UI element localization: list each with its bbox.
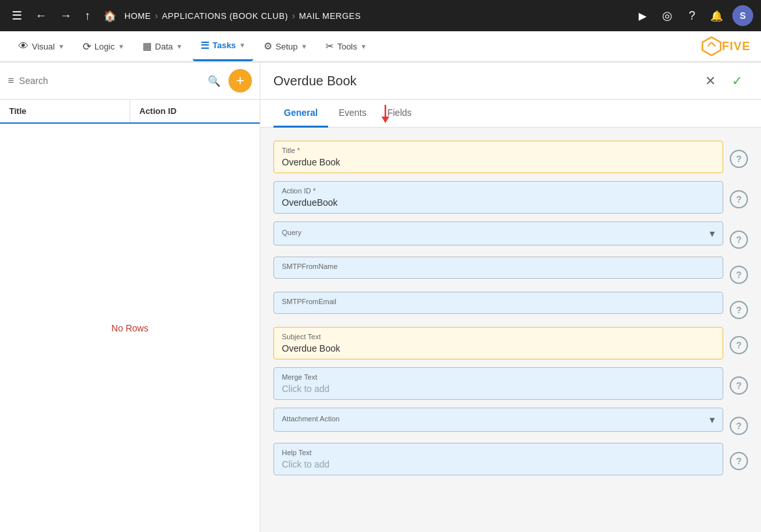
field-title[interactable]: Title * Overdue Book bbox=[273, 141, 723, 173]
visual-icon: 👁 bbox=[18, 40, 29, 52]
five-logo: FIVE bbox=[701, 36, 751, 57]
field-subject-text-label: Subject Text bbox=[282, 333, 715, 341]
help-icon-smtp-from-email[interactable]: ? bbox=[730, 301, 748, 319]
panel-header: Overdue Book ✕ ✓ bbox=[260, 63, 761, 100]
col-action-id: Action ID bbox=[130, 100, 260, 122]
no-rows-message: No Rows bbox=[0, 124, 260, 532]
help-icon-attachment-action[interactable]: ? bbox=[730, 417, 748, 435]
tools-label: Tools bbox=[337, 42, 357, 51]
form-row-help-text: Help Text Click to add ? bbox=[273, 443, 748, 475]
visual-label: Visual bbox=[32, 42, 55, 51]
menu-tasks[interactable]: ☰ Tasks ▼ bbox=[193, 31, 253, 61]
panel-actions: ✕ ✓ bbox=[700, 70, 748, 91]
form-row-merge-text: Merge Text Click to add ? bbox=[273, 367, 748, 400]
attachment-dropdown-arrow: ▾ bbox=[710, 413, 715, 426]
setup-icon: ⚙ bbox=[264, 40, 272, 52]
home-icon[interactable]: 🏠 bbox=[100, 7, 120, 25]
back-icon[interactable]: ← bbox=[31, 7, 51, 25]
data-arrow: ▼ bbox=[176, 43, 183, 50]
field-attachment-action-label: Attachment Action bbox=[282, 415, 710, 423]
field-title-value: Overdue Book bbox=[282, 157, 715, 167]
confirm-button[interactable]: ✓ bbox=[726, 70, 748, 91]
panel-title: Overdue Book bbox=[273, 74, 700, 89]
form-area: Title * Overdue Book ? Action ID * Overd… bbox=[260, 128, 761, 532]
search-nav-icon[interactable]: ◎ bbox=[658, 7, 676, 25]
menu-visual[interactable]: 👁 Visual ▼ bbox=[10, 31, 72, 61]
tab-events[interactable]: Events bbox=[328, 100, 377, 128]
form-row-action-id: Action ID * OverdueBook ? bbox=[273, 181, 748, 214]
field-smtp-from-email-label: SMTPFromEmail bbox=[282, 298, 715, 305]
main-panel: Overdue Book ✕ ✓ General Events Fields bbox=[260, 63, 761, 532]
field-help-text-value: Click to add bbox=[282, 459, 715, 469]
field-smtp-from-name[interactable]: SMTPFromName bbox=[273, 257, 723, 279]
visual-arrow: ▼ bbox=[58, 43, 64, 50]
field-attachment-action[interactable]: Attachment Action ▾ bbox=[273, 408, 723, 432]
field-merge-text[interactable]: Merge Text Click to add bbox=[273, 367, 723, 400]
sidebar-search-bar: ≡ 🔍 + bbox=[0, 63, 260, 100]
content-area: ≡ 🔍 + Title Action ID No Rows Overdue Bo… bbox=[0, 63, 761, 532]
menu-tools[interactable]: ✂ Tools ▼ bbox=[318, 31, 374, 61]
form-row-title: Title * Overdue Book ? bbox=[273, 141, 748, 173]
menu-data[interactable]: ▦ Data ▼ bbox=[135, 31, 190, 61]
form-row-attachment-action: Attachment Action ▾ ? bbox=[273, 408, 748, 435]
five-text: FIVE bbox=[722, 40, 751, 53]
tools-icon: ✂ bbox=[325, 40, 334, 52]
menu-icon[interactable]: ☰ bbox=[8, 6, 26, 25]
help-icon-query[interactable]: ? bbox=[730, 231, 748, 249]
top-nav: ☰ ← → ↑ 🏠 HOME › APPLICATIONS (BOOK CLUB… bbox=[0, 0, 761, 31]
field-query-label: Query bbox=[282, 229, 710, 236]
logic-icon: ⟳ bbox=[83, 40, 91, 53]
up-icon[interactable]: ↑ bbox=[81, 7, 94, 25]
setup-label: Setup bbox=[275, 42, 297, 51]
svg-line-2 bbox=[712, 42, 715, 46]
add-button[interactable]: + bbox=[228, 69, 252, 92]
forward-icon[interactable]: → bbox=[56, 7, 76, 25]
help-icon-help-text[interactable]: ? bbox=[730, 452, 748, 470]
help-icon-merge-text[interactable]: ? bbox=[730, 376, 748, 395]
filter-icon[interactable]: ≡ bbox=[8, 75, 14, 87]
play-icon[interactable]: ▶ bbox=[633, 7, 652, 25]
current-label[interactable]: MAIL MERGES bbox=[299, 11, 361, 21]
form-row-smtp-from-name: SMTPFromName ? bbox=[273, 257, 748, 284]
tabs: General Events Fields bbox=[260, 100, 761, 128]
tab-general[interactable]: General bbox=[273, 100, 328, 128]
setup-arrow: ▼ bbox=[301, 43, 307, 50]
field-query[interactable]: Query ▾ bbox=[273, 221, 723, 245]
field-smtp-from-email[interactable]: SMTPFromEmail bbox=[273, 292, 723, 314]
tasks-arrow: ▼ bbox=[239, 42, 245, 49]
breadcrumb: 🏠 HOME › APPLICATIONS (BOOK CLUB) › MAIL… bbox=[100, 7, 628, 25]
svg-marker-0 bbox=[702, 37, 721, 55]
data-icon: ▦ bbox=[143, 40, 152, 52]
help-icon-title[interactable]: ? bbox=[730, 150, 748, 168]
help-icon-action-id[interactable]: ? bbox=[730, 190, 748, 208]
home-label[interactable]: HOME bbox=[124, 11, 151, 21]
tools-arrow: ▼ bbox=[361, 43, 367, 50]
close-button[interactable]: ✕ bbox=[700, 70, 721, 91]
app-label[interactable]: APPLICATIONS (BOOK CLUB) bbox=[162, 11, 288, 21]
field-subject-text-value: Overdue Book bbox=[282, 343, 715, 354]
search-icon[interactable]: 🔍 bbox=[208, 75, 221, 87]
field-action-id-value: OverdueBook bbox=[282, 197, 715, 208]
field-help-text[interactable]: Help Text Click to add bbox=[273, 443, 723, 475]
bell-icon[interactable]: 🔔 bbox=[708, 7, 726, 25]
menu-setup[interactable]: ⚙ Setup ▼ bbox=[256, 31, 315, 61]
field-subject-text[interactable]: Subject Text Overdue Book bbox=[273, 327, 723, 359]
query-dropdown-arrow: ▾ bbox=[710, 227, 715, 240]
menu-logic[interactable]: ⟳ Logic ▼ bbox=[75, 31, 132, 61]
help-icon-subject-text[interactable]: ? bbox=[730, 336, 748, 354]
breadcrumb-sep1: › bbox=[155, 10, 158, 21]
search-input[interactable] bbox=[19, 76, 202, 86]
nav-right: ▶ ◎ ? 🔔 S bbox=[633, 5, 753, 26]
data-label: Data bbox=[155, 42, 173, 51]
field-help-text-label: Help Text bbox=[282, 449, 715, 456]
field-title-label: Title * bbox=[282, 147, 715, 154]
help-nav-icon[interactable]: ? bbox=[683, 7, 701, 25]
avatar[interactable]: S bbox=[732, 5, 753, 26]
svg-line-1 bbox=[708, 42, 712, 46]
form-row-smtp-from-email: SMTPFromEmail ? bbox=[273, 292, 748, 319]
help-icon-smtp-from-name[interactable]: ? bbox=[730, 266, 748, 284]
svg-marker-4 bbox=[381, 117, 389, 123]
field-merge-text-label: Merge Text bbox=[282, 373, 715, 381]
field-action-id[interactable]: Action ID * OverdueBook bbox=[273, 181, 723, 214]
breadcrumb-sep2: › bbox=[292, 10, 295, 21]
